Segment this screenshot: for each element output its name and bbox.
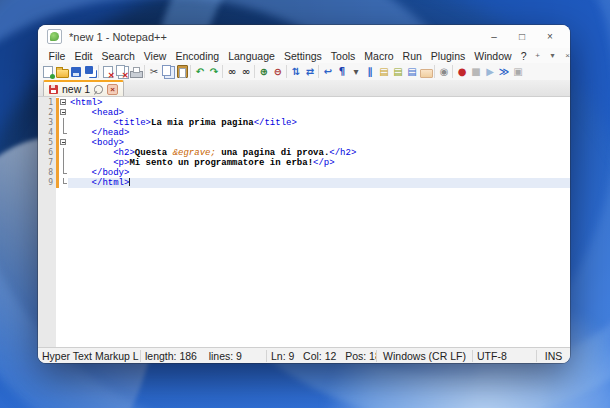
line-number: 3 [38,118,56,128]
fold-guide [59,168,68,178]
new-tab-icon[interactable]: + [531,51,544,60]
fold-collapse-button[interactable] [59,108,68,118]
code-line-9[interactable]: 9 </html> [38,178,570,188]
pin-icon[interactable] [92,83,105,96]
fold-guide [59,128,68,138]
menu-view[interactable]: View [139,50,171,62]
toolbar: ✂↶↷∞∞⊕⊖⇅⇄↩¶▾∥▤▤▤◉●■▶≫▣ [38,63,570,80]
code-text: </body> [68,168,570,178]
macro-save-icon[interactable]: ▣ [511,65,525,79]
cut-icon[interactable]: ✂ [147,65,161,79]
close-button[interactable]: × [536,25,564,48]
word-wrap-icon[interactable]: ↩ [321,65,335,79]
menu-edit[interactable]: Edit [70,50,97,62]
fold-collapse-button[interactable] [59,98,68,108]
code-line-7[interactable]: 7 <p>Mi sento un programmatore in erba!<… [38,158,570,168]
tab-label: new 1 [62,83,90,95]
print-icon[interactable] [129,65,143,79]
menubar-right-controls: +▾× [531,51,570,60]
indent-guide-icon[interactable]: ∥ [363,65,377,79]
code-line-4[interactable]: 4 </head> [38,128,570,138]
menu-search[interactable]: Search [97,50,139,62]
code-line-3[interactable]: 3 <title>La mia prima pagina</title> [38,118,570,128]
paste-icon[interactable] [175,65,189,79]
tab-new-1[interactable]: new 1 × [43,80,124,96]
editor[interactable]: 1<html>2 <head>3 <title>La mia prima pag… [38,97,570,347]
macro-play-icon[interactable]: ▶ [483,65,497,79]
line-number: 4 [38,128,56,138]
fold-guide [59,178,68,188]
macro-record-icon[interactable]: ● [455,65,469,79]
status-insert-mode: INS [536,350,570,362]
zoom-out-icon[interactable]: ⊖ [271,65,285,79]
maximize-button[interactable]: □ [508,25,536,48]
status-cursor-position: Ln: 9 Col: 12 Pos: 187 [266,350,376,362]
tab-close-icon[interactable]: × [107,84,118,95]
fold-guide [59,158,68,168]
code-line-5[interactable]: 5 <body> [38,138,570,148]
code-line-6[interactable]: 6 <h2>Questa &egrave; una pagina di prov… [38,148,570,158]
document-map-icon[interactable]: ▤ [391,65,405,79]
folder-as-workspace-icon[interactable] [419,65,433,79]
line-number: 8 [38,168,56,178]
status-encoding: UTF-8 [472,350,536,362]
line-number: 1 [38,98,56,108]
line-number: 2 [38,108,56,118]
menu-help[interactable]: ? [516,50,531,62]
fold-guide [59,118,68,128]
status-bar: Hyper Text Markup L length: 186 lines: 9… [38,347,570,363]
sync-horizontal-scroll-icon[interactable]: ⇄ [303,65,317,79]
close-doc-icon[interactable]: × [561,51,570,60]
macro-run-multiple-icon[interactable]: ≫ [497,65,511,79]
menu-run[interactable]: Run [398,50,426,62]
menu-file[interactable]: File [44,50,70,62]
status-language: Hyper Text Markup L [38,350,140,362]
line-number: 7 [38,158,56,168]
code-text: <p>Mi sento un programmatore in erba!</p… [68,158,570,168]
close-all-icon[interactable] [115,65,129,79]
open-file-icon[interactable] [55,65,69,79]
show-all-characters-icon[interactable]: ¶ [335,65,349,79]
notepadpp-app-icon [47,29,62,44]
fold-collapse-button[interactable] [59,138,68,148]
code-line-2[interactable]: 2 <head> [38,108,570,118]
line-number: 6 [38,148,56,158]
monitoring-icon[interactable]: ◉ [437,65,451,79]
code-line-1[interactable]: 1<html> [38,98,570,108]
menu-macro[interactable]: Macro [360,50,398,62]
show-all-characters-dropdown-icon[interactable]: ▾ [349,65,363,79]
redo-icon[interactable]: ↷ [207,65,221,79]
menu-encoding[interactable]: Encoding [171,50,224,62]
menu-settings[interactable]: Settings [279,50,326,62]
fold-guide [59,148,68,158]
save-all-icon[interactable] [83,65,97,79]
status-eol-format: Windows (CR LF) [376,350,472,362]
code-line-8[interactable]: 8 </body> [38,168,570,178]
desktop-wallpaper: *new 1 - Notepad++ –□× FileEditSearchVie… [0,0,610,408]
copy-icon[interactable] [161,65,175,79]
minimize-button[interactable]: – [480,25,508,48]
close-file-icon[interactable] [101,65,115,79]
document-list-icon[interactable]: ▤ [405,65,419,79]
menu-plugins[interactable]: Plugins [426,50,469,62]
text-caret [129,178,130,186]
menu-tools[interactable]: Tools [326,50,360,62]
replace-icon[interactable]: ∞ [239,65,253,79]
find-icon[interactable]: ∞ [225,65,239,79]
titlebar[interactable]: *new 1 - Notepad++ –□× [38,25,570,48]
sync-vertical-scroll-icon[interactable]: ⇅ [289,65,303,79]
undo-icon[interactable]: ↶ [193,65,207,79]
menu-language[interactable]: Language [224,50,280,62]
doc-list-dropdown-icon[interactable]: ▾ [546,51,559,60]
menu-window[interactable]: Window [470,50,516,62]
macro-stop-icon[interactable]: ■ [469,65,483,79]
function-list-icon[interactable]: ▤ [377,65,391,79]
unsaved-floppy-icon [49,85,58,94]
save-icon[interactable] [69,65,83,79]
status-doc-stats: length: 186 lines: 9 [140,350,266,362]
menu-bar: FileEditSearchViewEncodingLanguageSettin… [38,48,570,63]
new-file-icon[interactable] [41,65,55,79]
code-text: </html> [68,178,570,188]
zoom-in-icon[interactable]: ⊕ [257,65,271,79]
code-text: <title>La mia prima pagina</title> [68,118,570,128]
